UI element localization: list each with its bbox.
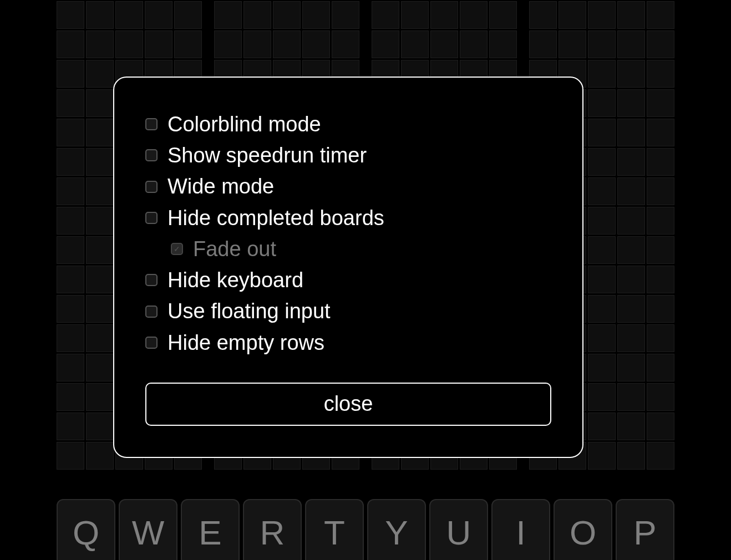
- board-cell: [57, 413, 84, 440]
- board-cell: [617, 413, 645, 440]
- board-cell: [559, 1, 586, 29]
- board-cell: [617, 60, 645, 88]
- board-cell: [372, 1, 399, 29]
- board-cell: [86, 177, 114, 205]
- board-cell: [86, 89, 114, 117]
- key-w[interactable]: W: [119, 499, 177, 560]
- option-label: Hide keyboard: [167, 264, 303, 296]
- board-cell: [588, 324, 616, 352]
- board-cell: [588, 236, 616, 264]
- board-cell: [57, 177, 84, 205]
- board-cell: [647, 266, 674, 293]
- key-e[interactable]: E: [181, 499, 240, 560]
- checkbox-icon: [145, 181, 158, 193]
- board-cell: [647, 413, 674, 440]
- board-cell: [617, 119, 645, 146]
- board-cell: [57, 1, 84, 29]
- option-label: Hide empty rows: [167, 327, 324, 358]
- board-cell: [529, 1, 557, 29]
- option-hide-empty-rows[interactable]: Hide empty rows: [145, 327, 551, 358]
- checkbox-icon: [145, 306, 158, 318]
- board-cell: [617, 354, 645, 381]
- board-cell: [617, 1, 645, 29]
- option-fade-out: Fade out: [171, 233, 551, 264]
- board-cell: [332, 30, 359, 58]
- option-hide-completed-boards[interactable]: Hide completed boards: [145, 202, 551, 233]
- board-cell: [86, 295, 114, 323]
- board-cell: [57, 236, 84, 264]
- key-o[interactable]: O: [554, 499, 612, 560]
- board-cell: [86, 354, 114, 381]
- board-cell: [86, 30, 114, 58]
- board-cell: [647, 148, 674, 176]
- board-cell: [214, 30, 242, 58]
- board-cell: [86, 60, 114, 88]
- board-cell: [372, 30, 399, 58]
- board-cell: [588, 266, 616, 293]
- key-u[interactable]: U: [429, 499, 488, 560]
- board-cell: [115, 30, 143, 58]
- checkbox-icon: [145, 212, 158, 224]
- close-button[interactable]: close: [145, 383, 551, 426]
- board-cell: [86, 207, 114, 235]
- key-q[interactable]: Q: [57, 499, 115, 560]
- key-i[interactable]: I: [491, 499, 550, 560]
- board-cell: [588, 413, 616, 440]
- board-cell: [588, 1, 616, 29]
- board-cell: [273, 1, 301, 29]
- board-cell: [86, 383, 114, 411]
- board-cell: [174, 30, 202, 58]
- board-cell: [588, 119, 616, 146]
- board-cell: [647, 60, 674, 88]
- board-cell: [489, 1, 517, 29]
- key-p[interactable]: P: [616, 499, 674, 560]
- option-colorblind-mode[interactable]: Colorblind mode: [145, 109, 551, 140]
- board-cell: [57, 383, 84, 411]
- board-cell: [57, 295, 84, 323]
- board-cell: [588, 148, 616, 176]
- board-cell: [86, 148, 114, 176]
- option-use-floating-input[interactable]: Use floating input: [145, 296, 551, 327]
- board-cell: [617, 177, 645, 205]
- board-cell: [588, 442, 616, 470]
- board-cell: [273, 30, 301, 58]
- board-cell: [617, 266, 645, 293]
- board-cell: [57, 207, 84, 235]
- board-cell: [647, 236, 674, 264]
- board-cell: [617, 207, 645, 235]
- board-cell: [617, 30, 645, 58]
- option-label: Hide completed boards: [167, 202, 384, 233]
- checkbox-icon: [145, 337, 158, 349]
- board-cell: [647, 1, 674, 29]
- option-hide-keyboard[interactable]: Hide keyboard: [145, 264, 551, 296]
- board-cell: [617, 295, 645, 323]
- key-r[interactable]: R: [243, 499, 302, 560]
- board-cell: [401, 30, 429, 58]
- board-cell: [647, 89, 674, 117]
- board-cell: [588, 383, 616, 411]
- board-cell: [243, 1, 271, 29]
- board-cell: [86, 442, 114, 470]
- option-label: Use floating input: [167, 296, 331, 327]
- option-wide-mode[interactable]: Wide mode: [145, 171, 551, 202]
- board-cell: [559, 30, 586, 58]
- board-cell: [145, 30, 172, 58]
- board-cell: [529, 30, 557, 58]
- board-cell: [588, 207, 616, 235]
- board-cell: [302, 30, 330, 58]
- board-cell: [57, 89, 84, 117]
- board-cell: [430, 1, 458, 29]
- board-cell: [647, 177, 674, 205]
- board-cell: [460, 1, 488, 29]
- board-cell: [57, 354, 84, 381]
- board-cell: [243, 30, 271, 58]
- board-cell: [588, 295, 616, 323]
- key-y[interactable]: Y: [367, 499, 426, 560]
- option-label: Colorblind mode: [167, 109, 321, 140]
- key-t[interactable]: T: [305, 499, 364, 560]
- board-cell: [302, 1, 330, 29]
- board-cell: [115, 1, 143, 29]
- option-show-speedrun-timer[interactable]: Show speedrun timer: [145, 140, 551, 171]
- board-cell: [174, 1, 202, 29]
- board-cell: [86, 119, 114, 146]
